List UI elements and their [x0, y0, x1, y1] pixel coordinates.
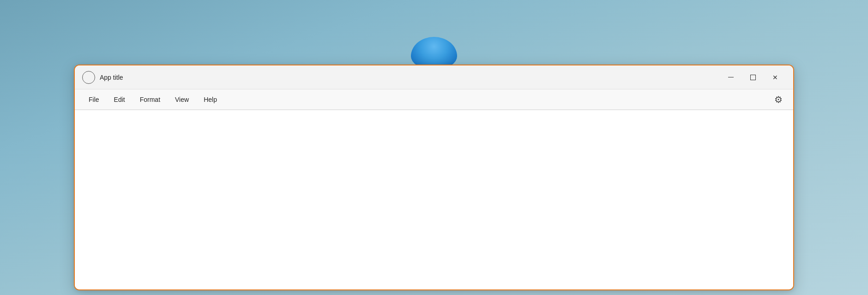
menu-item-view[interactable]: View	[169, 93, 195, 106]
close-button[interactable]: ✕	[765, 70, 786, 85]
app-icon	[82, 71, 95, 84]
menu-item-file[interactable]: File	[82, 93, 106, 106]
window-container: App title ✕ File Edit Format View Hel	[74, 65, 794, 295]
settings-gear-button[interactable]: ⚙	[771, 92, 786, 107]
minimize-button[interactable]	[720, 70, 741, 85]
menu-items: File Edit Format View Help	[82, 93, 771, 106]
app-window: App title ✕ File Edit Format View Hel	[74, 65, 794, 290]
window-controls: ✕	[720, 70, 786, 85]
menu-item-format[interactable]: Format	[133, 93, 167, 106]
close-icon: ✕	[772, 74, 778, 81]
title-bar: App title ✕	[75, 65, 793, 89]
minimize-icon	[728, 77, 734, 78]
maximize-button[interactable]	[742, 70, 764, 85]
menu-item-edit[interactable]: Edit	[108, 93, 132, 106]
window-title: App title	[100, 74, 720, 81]
content-area	[75, 110, 793, 289]
menu-item-help[interactable]: Help	[197, 93, 223, 106]
maximize-icon	[750, 75, 756, 80]
menu-bar: File Edit Format View Help ⚙	[75, 89, 793, 110]
